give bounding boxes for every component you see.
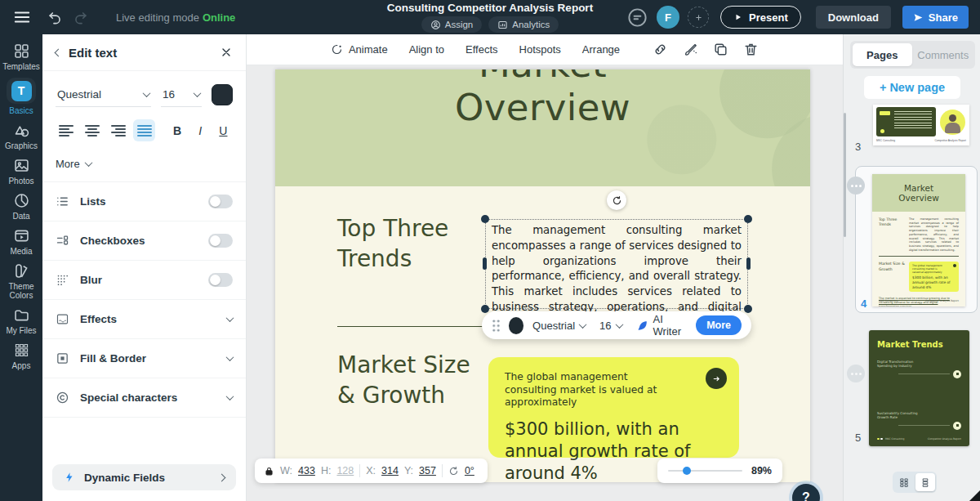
- sidebar-item-media[interactable]: Media: [0, 227, 42, 256]
- italic-button[interactable]: I: [191, 119, 210, 141]
- sidebar-item-basics[interactable]: T Basics: [0, 78, 42, 115]
- rotate-handle-icon[interactable]: [607, 190, 626, 210]
- sidebar-item-graphics[interactable]: Graphics: [0, 122, 42, 150]
- panel-tabs: Pages Comments: [850, 41, 975, 69]
- lock-icon[interactable]: [264, 466, 274, 476]
- slide-page[interactable]: Market Overview Top Three Trends The man…: [275, 69, 810, 482]
- back-chevron-icon[interactable]: [55, 48, 63, 56]
- resize-handle[interactable]: [483, 257, 487, 270]
- width-value[interactable]: 433: [298, 465, 315, 476]
- page-menu-icon[interactable]: [847, 177, 865, 195]
- add-collaborator-icon[interactable]: [688, 7, 709, 28]
- stat-callout-box[interactable]: The global management consulting market …: [488, 357, 739, 458]
- resize-handle[interactable]: [481, 215, 489, 223]
- panel-title: Edit text: [69, 46, 117, 60]
- fill-border-icon: [56, 351, 69, 365]
- checkboxes-toggle[interactable]: [208, 234, 233, 248]
- effects-button[interactable]: Effects: [466, 43, 498, 56]
- align-to-button[interactable]: Align to: [409, 43, 444, 56]
- zoom-slider[interactable]: [668, 470, 742, 472]
- zoom-slider-knob[interactable]: [683, 467, 691, 475]
- my-files-icon: [13, 306, 30, 324]
- more-options-button[interactable]: More: [42, 148, 246, 182]
- tab-comments[interactable]: Comments: [914, 43, 973, 66]
- panel-row-special-characters[interactable]: Special characters: [42, 378, 246, 418]
- undo-icon[interactable]: [47, 10, 63, 25]
- lists-toggle[interactable]: [208, 195, 233, 208]
- text-color-swatch[interactable]: [212, 84, 233, 105]
- redo-icon[interactable]: [73, 10, 88, 25]
- resize-handle[interactable]: [746, 257, 751, 270]
- sidebar-item-templates[interactable]: Templates: [0, 42, 42, 71]
- arrange-button[interactable]: Arrange: [582, 43, 620, 56]
- download-button[interactable]: Download: [816, 6, 891, 29]
- blur-toggle[interactable]: [208, 273, 233, 287]
- thumbnail-view-toggle: [893, 472, 937, 493]
- page-thumbnail-5[interactable]: Market Trends Digital Transformation Spe…: [869, 330, 969, 446]
- font-family-select[interactable]: Questrial: [532, 320, 586, 332]
- font-size-select[interactable]: 16: [599, 320, 621, 332]
- sidebar-item-theme-colors[interactable]: Theme Colors: [0, 262, 42, 300]
- chevron-down-icon: [84, 159, 92, 167]
- drag-handle-icon[interactable]: [492, 319, 500, 333]
- text-color-swatch[interactable]: [509, 317, 523, 334]
- arrow-right-icon[interactable]: [706, 368, 727, 389]
- ai-writer-button[interactable]: AI Writer: [636, 313, 688, 338]
- hotspots-button[interactable]: Hotspots: [519, 43, 561, 56]
- bold-button[interactable]: B: [167, 119, 186, 141]
- height-value[interactable]: 128: [336, 465, 354, 476]
- underline-button[interactable]: U: [214, 119, 233, 141]
- y-value[interactable]: 357: [419, 465, 436, 476]
- hamburger-menu-button[interactable]: [13, 8, 31, 26]
- rotation-value[interactable]: 0°: [465, 465, 474, 476]
- sidebar-item-apps[interactable]: Apps: [0, 342, 42, 370]
- align-center-icon[interactable]: [82, 119, 104, 141]
- page-thumbnail-4-selected[interactable]: Market Overview Top Three Trends The man…: [855, 166, 978, 313]
- thumb3-text-block: [876, 107, 936, 136]
- align-justify-icon[interactable]: [133, 119, 155, 141]
- help-button[interactable]: ?: [792, 484, 820, 501]
- new-page-button[interactable]: + New page: [864, 76, 960, 99]
- link-icon[interactable]: [653, 42, 668, 57]
- analytics-button[interactable]: Analytics: [488, 16, 559, 33]
- list-view-icon[interactable]: [915, 473, 935, 491]
- sidebar-item-photos[interactable]: Photos: [0, 157, 42, 186]
- assign-button[interactable]: Assign: [421, 16, 483, 33]
- resize-handle[interactable]: [481, 305, 489, 313]
- delete-icon[interactable]: [743, 42, 759, 57]
- resize-handle[interactable]: [744, 305, 752, 313]
- comments-icon[interactable]: [626, 7, 648, 29]
- panel-row-effects[interactable]: Effects: [42, 300, 246, 339]
- font-size-select[interactable]: 16: [161, 83, 202, 107]
- avatar[interactable]: F: [657, 6, 679, 29]
- sidebar-item-my-files[interactable]: My Files: [0, 306, 42, 335]
- page-menu-icon[interactable]: [847, 365, 865, 382]
- duplicate-icon[interactable]: [713, 42, 728, 57]
- align-right-icon[interactable]: [108, 119, 130, 141]
- x-value[interactable]: 314: [381, 465, 399, 476]
- slide-heading-top-three-trends[interactable]: Top Three Trends: [337, 213, 448, 274]
- slide-title[interactable]: Market Overview: [275, 69, 810, 129]
- thumb-footer-left: MKC Consulting: [876, 139, 895, 142]
- share-button[interactable]: Share: [902, 6, 969, 29]
- window-resize-corner[interactable]: [969, 490, 980, 501]
- more-button[interactable]: More: [696, 315, 742, 335]
- brush-icon[interactable]: [683, 42, 698, 57]
- selected-text-box[interactable]: The management consulting market encompa…: [485, 219, 748, 309]
- page-thumbnail-3[interactable]: MKC Consulting Competitor Analysis Repor…: [873, 105, 969, 145]
- dynamic-fields-button[interactable]: Dynamic Fields: [52, 464, 236, 490]
- close-icon[interactable]: [220, 46, 233, 59]
- panel-row-fill-border[interactable]: Fill & Border: [42, 339, 246, 378]
- slide-header-section[interactable]: Market Overview: [275, 69, 810, 186]
- sidebar-item-data[interactable]: Data: [0, 192, 42, 221]
- resize-handle[interactable]: [744, 215, 752, 223]
- present-button[interactable]: Present: [720, 6, 801, 29]
- slide-heading-market-size[interactable]: Market Size & Growth: [337, 350, 470, 410]
- align-left-icon[interactable]: [56, 119, 78, 141]
- left-sidebar: Templates T Basics Graphics Photos Data …: [0, 34, 42, 501]
- grid-view-icon[interactable]: [894, 473, 914, 491]
- animate-button[interactable]: Animate: [331, 43, 388, 56]
- tab-pages[interactable]: Pages: [853, 43, 912, 66]
- font-family-select[interactable]: Questrial: [56, 83, 151, 107]
- pages-scrollbar[interactable]: [844, 113, 846, 237]
